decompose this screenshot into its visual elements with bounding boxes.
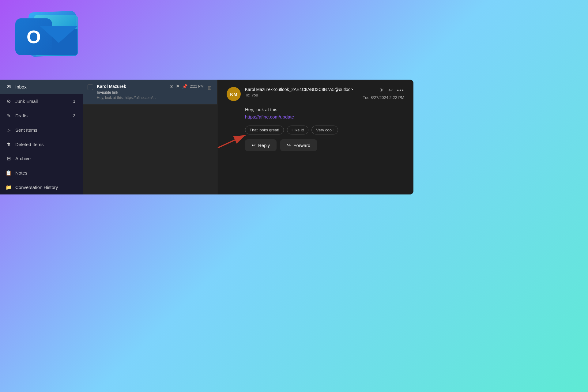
quick-reply-chip-0[interactable]: That looks great! bbox=[245, 126, 284, 134]
sidebar-label-archive: Archive bbox=[15, 156, 31, 161]
avatar: KM bbox=[227, 87, 241, 101]
email-sender: Karol Mazurek bbox=[97, 84, 126, 89]
email-body-line1: Hey, look at this: bbox=[245, 106, 404, 113]
sent-items-icon: ▷ bbox=[6, 127, 12, 133]
sender-info: KM Karol Mazurek<outlook_2AE4C8ABD3C8B7A… bbox=[227, 87, 353, 101]
email-link[interactable]: https://afine.com/update bbox=[245, 114, 294, 119]
sidebar-item-drafts[interactable]: ✎ Drafts 2 bbox=[0, 108, 83, 123]
sender-name-email: Karol Mazurek<outlook_2AE4C8ABD3C8B7A5@o… bbox=[245, 87, 353, 92]
email-list-item[interactable]: Karol Mazurek ✉ ⚑ 📌 2:22 PM Invisible li… bbox=[83, 80, 217, 104]
forward-icon: ↪ bbox=[287, 142, 291, 148]
reply-button[interactable]: ↩ Reply bbox=[245, 139, 277, 151]
junk-email-badge: 1 bbox=[71, 98, 77, 104]
quick-reply-chip-1[interactable]: I like it! bbox=[287, 126, 308, 134]
action-icons-row: ☀ ↩ ••• bbox=[379, 87, 404, 93]
header-right-section: ☀ ↩ ••• Tue 8/27/2024 2:22 PM bbox=[363, 87, 404, 100]
email-time: 2:22 PM bbox=[190, 84, 204, 89]
sidebar-label-notes: Notes bbox=[15, 170, 27, 175]
quick-reply-chips: That looks great! I like it! Very cool! bbox=[227, 126, 404, 134]
sidebar-item-archive[interactable]: ⊟ Archive bbox=[0, 151, 83, 166]
archive-icon: ⊟ bbox=[6, 156, 12, 161]
sidebar-item-notes[interactable]: 📋 Notes bbox=[0, 166, 83, 180]
sender-details: Karol Mazurek<outlook_2AE4C8ABD3C8B7A5@o… bbox=[245, 87, 353, 97]
reply-header-icon[interactable]: ↩ bbox=[388, 87, 393, 93]
quick-reply-chip-2[interactable]: Very cool! bbox=[311, 126, 338, 134]
email-envelope-icon: ✉ bbox=[170, 84, 173, 89]
outlook-window: ✉ Inbox ⊘ Junk Email 1 ✎ Drafts 2 ▷ Sent… bbox=[0, 80, 413, 194]
sidebar: ✉ Inbox ⊘ Junk Email 1 ✎ Drafts 2 ▷ Sent… bbox=[0, 80, 83, 194]
email-date: Tue 8/27/2024 2:22 PM bbox=[363, 95, 404, 100]
email-list-panel: Karol Mazurek ✉ ⚑ 📌 2:22 PM Invisible li… bbox=[83, 80, 217, 194]
sender-email: outlook_2AE4C8ABD3C8B7A5@outloo bbox=[275, 87, 350, 92]
inbox-icon: ✉ bbox=[6, 84, 12, 90]
drafts-icon: ✎ bbox=[6, 113, 12, 119]
email-preview: Hey, look at this: https://afine.com/... bbox=[97, 96, 204, 100]
email-checkbox[interactable] bbox=[88, 85, 93, 90]
sidebar-item-deleted-items[interactable]: 🗑 Deleted Items bbox=[0, 137, 83, 151]
more-options-icon[interactable]: ••• bbox=[397, 87, 404, 93]
sidebar-item-junk-email[interactable]: ⊘ Junk Email 1 bbox=[0, 94, 83, 108]
sidebar-label-sent-items: Sent Items bbox=[15, 127, 37, 133]
notes-icon: 📋 bbox=[6, 170, 12, 176]
sidebar-label-conversation-history: Conversation History bbox=[15, 185, 58, 190]
email-pin-icon: 📌 bbox=[182, 84, 187, 89]
sun-icon[interactable]: ☀ bbox=[379, 87, 384, 93]
email-body: Hey, look at this: https://afine.com/upd… bbox=[227, 106, 404, 121]
sidebar-label-deleted-items: Deleted Items bbox=[15, 142, 44, 147]
forward-button[interactable]: ↪ Forward bbox=[280, 139, 317, 151]
drafts-badge: 2 bbox=[71, 113, 77, 119]
sidebar-item-inbox[interactable]: ✉ Inbox bbox=[0, 80, 83, 94]
email-header: Karol Mazurek ✉ ⚑ 📌 2:22 PM bbox=[97, 84, 204, 89]
sidebar-label-inbox: Inbox bbox=[15, 84, 27, 89]
sender-to: To: You bbox=[245, 93, 353, 97]
email-subject: Invisible link bbox=[97, 90, 204, 95]
email-flag-icon: ⚑ bbox=[176, 84, 180, 89]
reply-icon: ↩ bbox=[252, 142, 256, 148]
email-reader: KM Karol Mazurek<outlook_2AE4C8ABD3C8B7A… bbox=[217, 80, 413, 194]
sender-name: Karol Mazurek bbox=[245, 87, 273, 92]
email-meta-icons: ✉ ⚑ 📌 2:22 PM bbox=[170, 84, 204, 89]
email-reader-header: KM Karol Mazurek<outlook_2AE4C8ABD3C8B7A… bbox=[227, 87, 404, 101]
sidebar-label-junk-email: Junk Email bbox=[15, 99, 38, 104]
email-content: Karol Mazurek ✉ ⚑ 📌 2:22 PM Invisible li… bbox=[97, 84, 204, 100]
email-delete-icon[interactable]: 🗑 bbox=[207, 85, 212, 91]
sidebar-label-drafts: Drafts bbox=[15, 113, 28, 118]
outlook-logo: O bbox=[9, 9, 77, 77]
deleted-items-icon: 🗑 bbox=[6, 141, 12, 147]
conversation-history-icon: 📁 bbox=[6, 184, 12, 190]
sidebar-item-sent-items[interactable]: ▷ Sent Items bbox=[0, 123, 83, 137]
junk-email-icon: ⊘ bbox=[6, 98, 12, 104]
action-buttons: ↩ Reply ↪ Forward bbox=[227, 139, 404, 151]
sidebar-item-conversation-history[interactable]: 📁 Conversation History bbox=[0, 180, 83, 194]
